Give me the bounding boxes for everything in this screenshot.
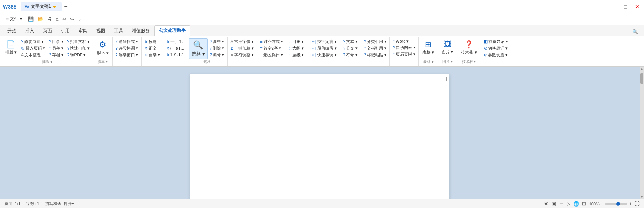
- auto-chart-btn[interactable]: ? 自动图表 ▾: [391, 44, 417, 51]
- concat-para-btn[interactable]: ? 连段格调 ▾: [114, 45, 140, 51]
- tab-insert[interactable]: 插入: [21, 26, 39, 36]
- status-bar: 页面: 1/1 字数: 1 拼写检查: 打开▾ 👁 ▣ ☰ ▷ 🌐 ⊡ 100%…: [0, 199, 644, 208]
- clear-format-btn[interactable]: ? 清除格式 ▾: [114, 38, 140, 45]
- search-button[interactable]: 🔍: [629, 27, 641, 36]
- layout-icon: 📄: [6, 40, 16, 49]
- toc-btn[interactable]: ? 目录 ▾: [47, 38, 65, 45]
- official-btn[interactable]: ? 公文 ▾: [342, 45, 359, 51]
- outline-btn[interactable]: :: 大纲 ▾: [288, 45, 305, 51]
- common-font-btn[interactable]: A 常用字体 ▾: [229, 38, 255, 45]
- table-btn[interactable]: ⊞ 表格 ▾: [420, 38, 436, 57]
- body-btn[interactable]: ≋ 正文: [143, 45, 162, 51]
- layout-large-btn[interactable]: 📄 排版 ▾: [3, 38, 19, 57]
- insert-page-num-btn[interactable]: ① 插入页码 ▾: [20, 45, 47, 51]
- dual-page-btn[interactable]: ◧ 双页显示 ▾: [482, 38, 509, 45]
- to-pdf-btn[interactable]: ? 转PDF ▾: [66, 52, 91, 58]
- selection-op-btn[interactable]: ≡ 选区操作 ▾: [259, 52, 284, 58]
- scroll-up-btn[interactable]: ▲: [640, 67, 643, 71]
- tech-icon: ❓: [464, 40, 474, 49]
- zoom-out-btn[interactable]: −: [601, 201, 604, 207]
- right-scrollbar[interactable]: ▲ ▼: [640, 67, 644, 199]
- tab-value-added[interactable]: 增值服务: [127, 26, 154, 36]
- zoom-in-btn[interactable]: +: [629, 201, 632, 207]
- tab-start[interactable]: 开始: [3, 26, 21, 36]
- document-area[interactable]: ⁞: [0, 67, 640, 199]
- fullscreen-btn[interactable]: ⛶: [635, 201, 640, 207]
- char-width-btn[interactable]: |↔| 按字定宽 ▾: [309, 38, 338, 45]
- add-tab-button[interactable]: +: [64, 3, 68, 10]
- modify-page-btn[interactable]: ? 修改页面 ▾: [20, 38, 47, 45]
- fit-page-icon[interactable]: ⊡: [582, 201, 586, 207]
- num1-btn[interactable]: ≋ 一、/1.: [165, 38, 186, 45]
- batch-doc-btn[interactable]: ? 批量文档 ▾: [66, 38, 91, 45]
- text2-btn[interactable]: ? 文本 ▾: [342, 38, 359, 45]
- save-button[interactable]: 💾: [27, 16, 35, 23]
- tech-btn[interactable]: ❓ 技术栈 ▾: [459, 38, 479, 57]
- document-page[interactable]: ⁞: [190, 74, 449, 199]
- doc-cite-btn[interactable]: ? 文档引用 ▾: [362, 45, 388, 51]
- delete-btn[interactable]: ? 删除 ▾: [208, 45, 226, 51]
- char-adjust-btn[interactable]: A 字符调整 ▾: [229, 52, 255, 58]
- play-icon[interactable]: ▷: [567, 201, 570, 207]
- quick-adjust-btn[interactable]: |↔| 快速微调 ▾: [309, 52, 338, 58]
- script-large-btn[interactable]: ⚙ 脚本 ▾: [95, 38, 111, 57]
- copy-button[interactable]: ⎌: [54, 16, 60, 23]
- group-heading: ≋ 标题 ≋ 正文 ≋ 自动 ▾: [142, 37, 163, 66]
- header-footer-btn[interactable]: ? 页眉页脚 ▾: [391, 51, 417, 57]
- minimize-button[interactable]: ─: [610, 4, 617, 10]
- select-grid-btn[interactable]: 🔍 选格 ▾: [189, 38, 208, 59]
- spell-check[interactable]: 拼写检查: 打开▾: [45, 201, 74, 207]
- mark-paste-btn[interactable]: ? 标记粘贴 ▾: [362, 52, 388, 58]
- archive-btn[interactable]: ? 存档 ▾: [47, 52, 65, 58]
- page-view-icon[interactable]: ▣: [552, 201, 556, 207]
- image-btn[interactable]: 🖼 图片 ▾: [439, 38, 455, 56]
- tab-tools[interactable]: 工具: [110, 26, 127, 36]
- words-label: 字数: 1: [26, 201, 39, 207]
- zoom-slider[interactable]: [605, 203, 627, 205]
- level-btn[interactable]: :: 层级 ▾: [288, 52, 305, 58]
- toc2-btn[interactable]: :: 目录 ▾: [288, 38, 305, 45]
- zoom-slider-thumb[interactable]: [616, 202, 620, 206]
- scroll-thumb[interactable]: [640, 73, 643, 84]
- category-cite-btn[interactable]: ? 分类引用 ▾: [362, 38, 388, 45]
- ribbon-tabs: 开始 插入 页面 引用 审阅 视图 工具 增值服务 公文处理助手 🔍: [0, 25, 644, 36]
- scroll-down-btn[interactable]: ▼: [640, 194, 643, 199]
- group-align-inner: ≡ 对齐方式 ▾ ≡ 首空2字 ▾ ≡ 选区操作 ▾: [259, 38, 284, 64]
- tab-review[interactable]: 审阅: [74, 26, 92, 36]
- bold-btn[interactable]: B 一键加粗 ▾: [229, 45, 255, 51]
- num2-btn[interactable]: ≋ (一)/1.1: [165, 45, 186, 51]
- doc-tab[interactable]: W 文字文稿1: [21, 2, 62, 11]
- restore-button[interactable]: □: [622, 4, 629, 10]
- tab-view[interactable]: 视图: [92, 26, 110, 36]
- adjust-btn[interactable]: ? 调整 ▾: [208, 38, 226, 45]
- redo-button[interactable]: ↪: [69, 16, 75, 23]
- tab-page[interactable]: 页面: [39, 26, 56, 36]
- align-mode-btn[interactable]: ≡ 对齐方式 ▾: [259, 38, 284, 45]
- indent2-btn[interactable]: ≡ 首空2字 ▾: [259, 45, 284, 51]
- more-quick[interactable]: ⌄: [77, 16, 83, 23]
- num3-btn[interactable]: ≋ 1./1.1.1: [165, 52, 186, 57]
- tab-reference[interactable]: 引用: [56, 26, 74, 36]
- undo-button[interactable]: ↩: [61, 16, 67, 23]
- eye-icon[interactable]: 👁: [544, 201, 549, 207]
- switch-mark-btn[interactable]: ⊘ 切换标记 ▾: [482, 45, 509, 51]
- para-num-btn[interactable]: |↔| 段落编号 ▾: [309, 45, 338, 51]
- auto-btn[interactable]: ≋ 自动 ▾: [143, 52, 162, 58]
- close-button[interactable]: ✕: [634, 4, 641, 10]
- heading-btn[interactable]: ≋ 标题: [143, 38, 162, 45]
- save-as-btn[interactable]: ? 另存 ▾: [47, 45, 65, 51]
- text-cleanup-btn[interactable]: A 文本整理: [20, 52, 47, 58]
- quick-print-btn[interactable]: ? 快速打印 ▾: [66, 45, 91, 51]
- symbol-btn[interactable]: ? 符号 ▾: [342, 52, 359, 58]
- float-window-btn[interactable]: ? 浮动窗口 ▾: [114, 52, 140, 58]
- group-script: ⚙ 脚本 ▾ 脚本 ▾: [93, 37, 113, 66]
- web-icon[interactable]: 🌐: [573, 201, 579, 207]
- tab-official-doc[interactable]: 公文处理助手: [154, 25, 190, 36]
- print-button[interactable]: 🖨: [46, 16, 53, 23]
- open-button[interactable]: 📂: [36, 16, 44, 23]
- outline-view-icon[interactable]: ☰: [559, 201, 564, 207]
- param-settings-btn[interactable]: ⊘ 参数设置 ▾: [482, 52, 509, 58]
- word-btn[interactable]: ? Word ▾: [391, 38, 417, 44]
- file-menu[interactable]: ≡ 文件 ▾: [3, 14, 25, 24]
- numbering2-btn[interactable]: ? 编号 ▾: [208, 52, 226, 58]
